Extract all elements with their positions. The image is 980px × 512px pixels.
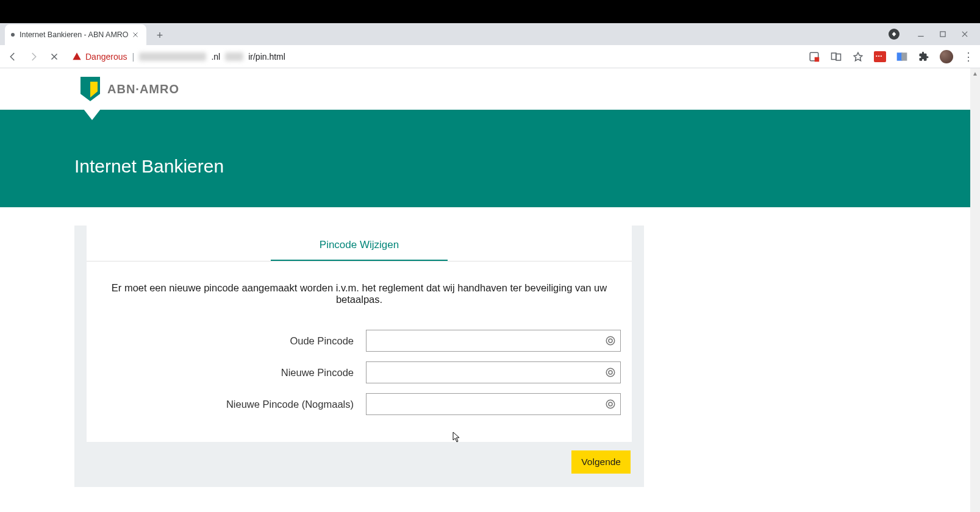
- browser-tab-active[interactable]: Internet Bankieren - ABN AMRO: [5, 24, 146, 45]
- label-new-pin-again: Nieuwe Pincode (Nogmaals): [98, 399, 354, 410]
- hero-banner: Internet Bankieren: [0, 110, 970, 207]
- form-card: Pincode Wijzigen Er moet een nieuwe pinc…: [87, 226, 632, 442]
- profile-avatar[interactable]: [940, 50, 953, 63]
- security-indicator[interactable]: Dangerous: [72, 52, 127, 62]
- svg-point-8: [609, 339, 612, 343]
- row-new-pin: Nieuwe Pincode: [87, 361, 632, 383]
- scrollbar-up-icon[interactable]: ▲: [970, 68, 980, 78]
- url-suffix-1: .nl: [211, 52, 220, 62]
- page-viewport: ABN·AMRO Internet Bankieren Pincode Wijz…: [0, 68, 980, 512]
- url-host-redacted: [139, 52, 206, 61]
- incognito-icon[interactable]: [889, 29, 900, 40]
- hero-notch: [84, 109, 101, 120]
- extension-icon-red[interactable]: [874, 51, 886, 62]
- actions-row: Volgende: [74, 442, 644, 474]
- tab-favicon: [11, 33, 15, 37]
- label-old-pin: Oude Pincode: [98, 335, 354, 347]
- translate-icon[interactable]: [830, 51, 842, 63]
- toolbar-right: ⋮: [808, 50, 974, 63]
- svg-point-11: [606, 368, 615, 377]
- input-new-pin-again[interactable]: [366, 393, 621, 415]
- card-description: Er moet een nieuwe pincode aangemaakt wo…: [87, 261, 632, 320]
- card-tab-label[interactable]: Pincode Wijzigen: [320, 239, 399, 260]
- svg-rect-4: [832, 53, 837, 60]
- stop-reload-button[interactable]: [48, 50, 61, 63]
- window-controls: [889, 23, 980, 45]
- svg-point-12: [609, 402, 612, 406]
- url-path-redacted: [225, 52, 243, 61]
- svg-rect-3: [815, 57, 820, 62]
- browser-tab-strip: Internet Bankieren - ABN AMRO +: [0, 23, 980, 45]
- extensions-puzzle-icon[interactable]: [918, 51, 930, 63]
- page-content: ABN·AMRO Internet Bankieren Pincode Wijz…: [0, 68, 970, 512]
- row-old-pin: Oude Pincode: [87, 330, 632, 352]
- reveal-password-icon[interactable]: [605, 399, 616, 410]
- window-close-button[interactable]: [960, 30, 969, 38]
- url-suffix-2: ir/pin.html: [248, 52, 285, 62]
- svg-point-13: [606, 400, 615, 408]
- input-old-pin[interactable]: [366, 330, 621, 352]
- svg-point-10: [609, 371, 612, 374]
- brand-logo[interactable]: ABN·AMRO: [80, 77, 179, 101]
- shield-icon: [80, 77, 100, 101]
- security-label: Dangerous: [85, 52, 127, 62]
- brand-header: ABN·AMRO: [0, 68, 970, 110]
- close-tab-icon[interactable]: [131, 30, 140, 40]
- browser-toolbar: Dangerous | .nl ir/pin.html ⋮: [0, 45, 980, 68]
- brand-text: ABN·AMRO: [107, 82, 179, 96]
- card-container: Pincode Wijzigen Er moet een nieuwe pinc…: [74, 226, 644, 487]
- new-tab-button[interactable]: +: [151, 27, 168, 44]
- card-tab-row: Pincode Wijzigen: [99, 239, 620, 261]
- vertical-scrollbar[interactable]: ▲: [970, 68, 980, 512]
- install-pwa-icon[interactable]: [808, 51, 820, 63]
- reveal-password-icon[interactable]: [605, 335, 616, 346]
- svg-rect-1: [940, 32, 945, 37]
- input-new-pin[interactable]: [366, 361, 621, 383]
- os-titlebar: [0, 0, 980, 23]
- svg-rect-7: [901, 52, 907, 60]
- svg-point-9: [606, 336, 615, 345]
- window-maximize-button[interactable]: [939, 30, 947, 38]
- reveal-password-icon[interactable]: [605, 367, 616, 378]
- browser-menu-button[interactable]: ⋮: [963, 51, 974, 62]
- next-button[interactable]: Volgende: [571, 450, 631, 474]
- omnibox-separator: |: [132, 51, 135, 62]
- svg-rect-5: [836, 54, 841, 60]
- address-bar[interactable]: Dangerous | .nl ir/pin.html: [72, 51, 285, 62]
- bookmark-star-icon[interactable]: [852, 51, 864, 63]
- page-title: Internet Bankieren: [74, 156, 224, 177]
- tab-title: Internet Bankieren - ABN AMRO: [20, 30, 131, 39]
- label-new-pin: Nieuwe Pincode: [98, 367, 354, 379]
- forward-button[interactable]: [27, 50, 40, 63]
- row-new-pin-again: Nieuwe Pincode (Nogmaals): [87, 393, 632, 415]
- back-button[interactable]: [6, 50, 20, 63]
- extension-icon-translate[interactable]: [896, 51, 908, 63]
- window-minimize-button[interactable]: [917, 30, 925, 38]
- card-tab-underline: [271, 260, 448, 261]
